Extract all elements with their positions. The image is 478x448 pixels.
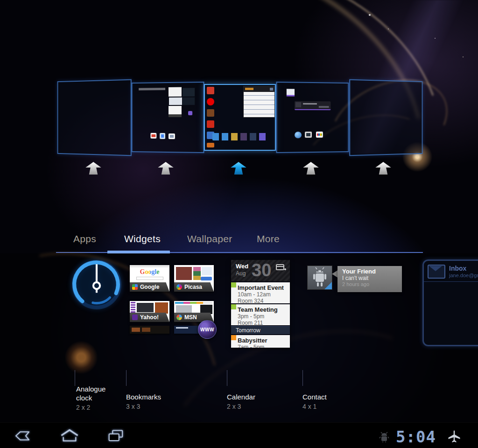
widget-cell-divider xyxy=(227,370,227,386)
mini-music-widget xyxy=(295,101,330,110)
back-icon xyxy=(12,429,33,442)
drawer-glow-spot xyxy=(64,341,98,374)
screen-thumbnail-5[interactable] xyxy=(349,79,422,156)
widget-analogue-clock[interactable] xyxy=(70,259,123,311)
tab-wallpaper[interactable]: Wallpaper xyxy=(187,233,232,245)
mini-app-icon xyxy=(160,133,165,139)
mini-app-icon xyxy=(316,132,323,138)
calendar-event: Babysitter 7am - 5pm 699 Mississippi St xyxy=(231,335,290,348)
msn-favicon xyxy=(176,315,182,320)
widget-cell-divider xyxy=(75,370,75,386)
mini-app-icon xyxy=(169,133,175,139)
widget-label-bookmarks: Bookmarks 3 x 3 xyxy=(126,392,161,411)
wallpaper-sparkles xyxy=(369,14,371,16)
back-button[interactable] xyxy=(9,423,35,448)
mini-app-icon xyxy=(305,132,312,138)
contact-avatar xyxy=(307,266,332,290)
contact-bubble: Your Friend I can't wait 2 hours ago xyxy=(337,266,402,292)
calendar-event: Important Event 10am - 12am Room 324 xyxy=(231,282,290,303)
adb-debugging-icon xyxy=(379,432,389,443)
mini-app-icon xyxy=(207,87,214,94)
system-bar: 5:04 xyxy=(0,422,478,448)
widget-label-calendar: Calendar 2 x 3 xyxy=(227,392,255,411)
google-favicon xyxy=(132,284,138,290)
mini-bookmark-thumb xyxy=(169,98,182,105)
bookmark-thumb-yahoo: Yahoo! xyxy=(130,301,169,322)
mini-app-icon xyxy=(207,143,214,147)
widget-label-analogue-clock: Analogue clock 2 x 2 xyxy=(76,385,113,412)
tab-apps[interactable]: Apps xyxy=(73,233,96,245)
www-globe-icon: WWW xyxy=(198,320,217,339)
calendar-add-event-icon xyxy=(276,264,286,271)
yahoo-favicon xyxy=(132,315,138,320)
mini-app-icon xyxy=(151,133,157,139)
airplane-mode-icon xyxy=(447,429,461,443)
widget-cell-divider xyxy=(126,370,127,386)
mini-bookmark-thumb xyxy=(169,87,182,97)
mini-agenda-widget xyxy=(243,86,275,118)
widget-label-contact: Contact 4 x 1 xyxy=(302,392,327,411)
status-clock[interactable]: 5:04 xyxy=(396,427,436,446)
mini-app-icon xyxy=(188,111,192,115)
widget-calendar[interactable]: Wed Aug 30 Important Event 10am - 12am R… xyxy=(231,260,290,348)
mini-dock-icons xyxy=(212,133,268,140)
mini-search-text xyxy=(139,88,165,91)
home-icon xyxy=(59,429,80,443)
mini-bookmark-thumb xyxy=(183,98,195,105)
mini-bookmark-thumb xyxy=(169,106,182,117)
android-home-customizer: Apps Widgets Wallpaper More Google Googl… xyxy=(0,0,478,448)
home-button[interactable] xyxy=(56,423,83,448)
widget-email-partial[interactable]: Inbox jane.doe@gmail.com xyxy=(422,259,478,346)
recent-apps-icon xyxy=(106,429,126,442)
recent-apps-button[interactable] xyxy=(103,423,129,448)
calendar-event: Team Meeting 3pm - 5pm Room 211 xyxy=(231,304,290,325)
screen-thumbnail-1[interactable] xyxy=(57,79,132,156)
mini-app-icon xyxy=(295,132,302,138)
mini-app-icon xyxy=(207,120,214,128)
tab-widgets[interactable]: Widgets xyxy=(124,233,161,245)
screen-thumbnail-4[interactable] xyxy=(276,82,349,153)
calendar-tomorrow-band: Tomorrow xyxy=(231,326,290,334)
envelope-icon xyxy=(428,265,445,279)
mini-bookmark-thumb xyxy=(183,88,195,96)
widget-cell-divider xyxy=(302,370,303,386)
mini-app-icon xyxy=(207,109,214,117)
screen-thumbnail-2[interactable] xyxy=(132,82,204,153)
calendar-header: Wed Aug 30 xyxy=(231,260,290,281)
mini-app-icon xyxy=(207,98,214,105)
bookmark-thumb-msn: MSN xyxy=(174,301,214,322)
mini-email-icon xyxy=(287,89,295,96)
screen-thumbnail-3-current[interactable] xyxy=(204,84,276,151)
tab-more[interactable]: More xyxy=(257,233,280,245)
bookmark-thumb-partial xyxy=(130,326,169,334)
bookmark-thumb-picasa: Picasa xyxy=(174,265,214,292)
bookmark-thumb-google: Google Google xyxy=(130,265,169,292)
picasa-favicon xyxy=(176,284,182,290)
